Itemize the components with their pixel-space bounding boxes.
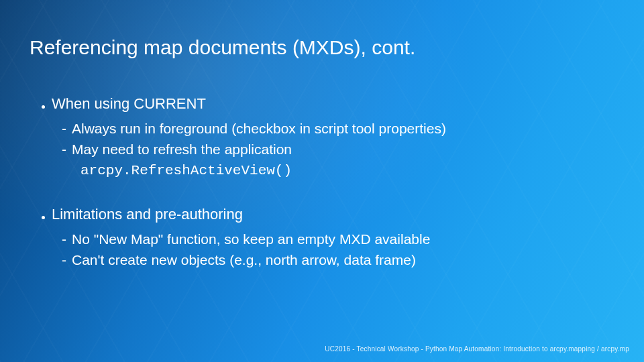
dash-icon: -	[62, 119, 66, 138]
code-line: arcpy.RefreshActiveView()	[80, 161, 604, 180]
slide-title: Referencing map documents (MXDs), cont.	[30, 36, 415, 59]
bullet-item: When using CURRENT	[42, 94, 604, 115]
slide-footer: UC2016 - Technical Workshop - Python Map…	[325, 345, 629, 353]
content-block: Limitations and pre-authoring - No "New …	[42, 204, 604, 270]
sub-bullet-text: Can't create new objects (e.g., north ar…	[72, 250, 416, 269]
sub-bullet-item: - May need to refresh the application	[62, 139, 604, 159]
sub-bullet-text: May need to refresh the application	[72, 139, 292, 159]
slide: Referencing map documents (MXDs), cont. …	[0, 0, 644, 362]
bullet-heading: Limitations and pre-authoring	[52, 204, 243, 225]
bullet-dot-icon	[42, 105, 45, 109]
bullet-heading: When using CURRENT	[52, 94, 206, 115]
sub-bullet-text: Always run in foreground (checkbox in sc…	[72, 119, 446, 138]
sub-bullet-item: - Can't create new objects (e.g., north …	[62, 250, 604, 269]
slide-content: When using CURRENT - Always run in foreg…	[42, 94, 604, 294]
content-block: When using CURRENT - Always run in foreg…	[42, 94, 604, 180]
dash-icon: -	[62, 139, 66, 159]
dash-icon: -	[62, 229, 66, 249]
bullet-item: Limitations and pre-authoring	[42, 204, 604, 225]
sub-bullet-item: - Always run in foreground (checkbox in …	[62, 119, 604, 138]
bullet-dot-icon	[42, 216, 45, 219]
dash-icon: -	[62, 250, 66, 269]
sub-bullet-item: - No "New Map" function, so keep an empt…	[62, 229, 604, 249]
sub-bullet-text: No "New Map" function, so keep an empty …	[72, 229, 430, 249]
